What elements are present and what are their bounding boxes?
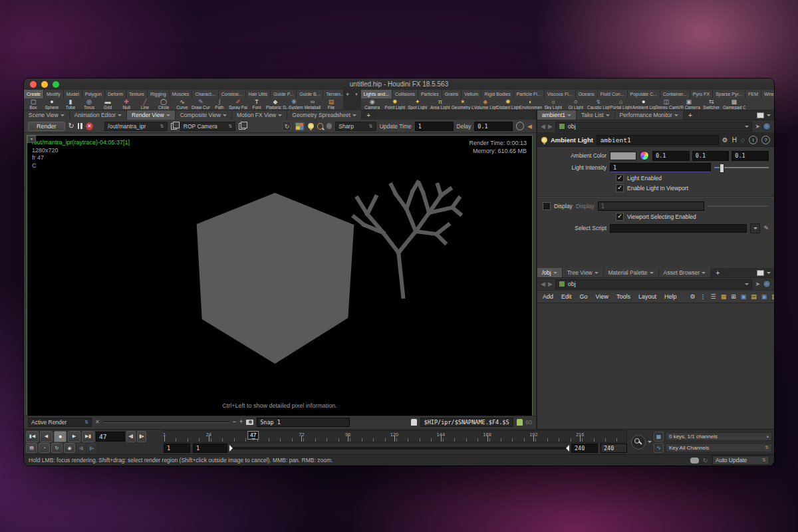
shelf-tool[interactable]: ▬ Grid [98, 98, 117, 110]
shelf-tool[interactable]: ◈ Volume Light [474, 98, 497, 110]
pane-tab[interactable]: Animation Editor [70, 110, 127, 120]
shelf-tool[interactable]: ✹ Point Light [384, 98, 406, 110]
layout-grid-icon[interactable]: ⊞ [731, 294, 736, 300]
pane-tab-menu-icon[interactable] [118, 114, 122, 118]
menu-item[interactable]: Edit [561, 293, 572, 300]
jump-to-start[interactable]: ▮◀ [26, 431, 39, 442]
pane-tab[interactable]: Motion FX View [232, 110, 287, 120]
timeline-ruler[interactable]: 47 1247296120144168192216 [164, 430, 627, 443]
shelf-tool[interactable]: ▮ Tube [61, 98, 80, 110]
search-icon[interactable]: ◌ [741, 136, 745, 144]
shelf-tool[interactable]: ● Ambient Light [632, 98, 655, 110]
pane-collapse-arrow-icon[interactable]: ◀ [527, 123, 532, 130]
list-icon[interactable]: ☰ [711, 294, 716, 300]
shelf-tool[interactable]: π Area Light [429, 98, 452, 110]
shelf-tool[interactable]: T Font [247, 98, 266, 110]
dropdown-arrow-icon[interactable] [745, 283, 749, 287]
pane-maximize-icon[interactable] [757, 270, 764, 276]
pane-tab-menu-icon[interactable] [553, 272, 557, 276]
titlebar[interactable]: untitled.hip - Houdini FX 18.5.563 [24, 78, 774, 90]
preview-lighting-icon[interactable] [308, 123, 313, 129]
shelf-tab[interactable]: Constrai... [219, 90, 246, 98]
realtime-icon[interactable]: ◉ [64, 443, 75, 453]
palette-icon[interactable]: ▦ [721, 294, 727, 300]
shelf-tab[interactable]: Create [24, 90, 44, 98]
tree-icon[interactable]: ⋮ [700, 294, 706, 300]
light-intensity-slider[interactable] [714, 164, 769, 172]
shelf-tool[interactable]: ○ GI Light [565, 98, 587, 110]
shelf-tab[interactable]: Pyro FX [690, 90, 713, 98]
snapshot-icon[interactable]: ▣ [741, 294, 747, 300]
pane-tab-menu-icon[interactable] [650, 272, 654, 276]
delay-field[interactable]: 0.1 [474, 122, 513, 131]
shelf-tab[interactable]: Particles [418, 90, 442, 98]
shelf-tool[interactable]: ✐ Spray Paint [229, 98, 247, 110]
play-backward[interactable]: ◀ [40, 431, 53, 442]
shelf-tool[interactable]: ⌂ Portal Light [610, 98, 632, 110]
pane-tab[interactable]: Tree View [563, 268, 604, 277]
info-icon[interactable]: i [749, 136, 757, 144]
back-icon[interactable]: ◀ [541, 281, 545, 287]
key-menu-arrow-icon[interactable] [648, 441, 652, 445]
zoom-in-icon[interactable]: + [239, 418, 243, 426]
animation-curve-icon[interactable]: ∿ [654, 443, 664, 453]
render-viewport[interactable]: ▾ /out/mantra_ipr(raytrace)-04:05:37[1] … [27, 135, 533, 416]
shelf-tool[interactable]: ✚ Null [117, 98, 136, 110]
inspect-pixel-icon[interactable] [317, 123, 323, 130]
color-component-field[interactable]: 0.1 [652, 151, 690, 161]
shelf-tool[interactable]: ❋ L-System [285, 98, 303, 110]
hda-icon[interactable]: H [732, 136, 737, 144]
color-swatch[interactable] [610, 152, 636, 160]
pane-tab[interactable]: Scene View [24, 110, 70, 120]
range-subend-field[interactable]: 240 [600, 444, 627, 453]
shelf-tab[interactable]: Muscles [170, 90, 193, 98]
shelf-tab[interactable]: Oceans [576, 90, 598, 98]
shelf-tab[interactable]: Grains [442, 90, 462, 98]
next-key-button[interactable]: ▮▸ [87, 443, 96, 453]
pane-tab[interactable]: Asset Browser [659, 268, 712, 277]
shelf-tool[interactable]: ◉ Camera [361, 98, 384, 110]
timeline-playhead[interactable]: 47 [247, 431, 259, 440]
snapshot-name-field[interactable]: Snap 1 [257, 418, 350, 427]
color-component-field[interactable]: 0.1 [732, 151, 769, 161]
cook-refresh-icon[interactable]: ↻ [703, 457, 708, 464]
shelf-tab[interactable]: Container... [660, 90, 690, 98]
shelf-tool[interactable]: ∞ Metaball [303, 98, 322, 110]
shelf-tab[interactable]: Particle Fl... [514, 90, 545, 98]
pane-tab-menu-icon[interactable] [595, 272, 598, 276]
help-icon[interactable]: ? [761, 136, 770, 144]
pane-menu-arrow-icon[interactable] [767, 272, 771, 276]
take-snapshot-icon[interactable] [246, 420, 253, 425]
notes-icon[interactable]: ▤ [751, 294, 757, 300]
shelf-tool[interactable]: ∿ Curve [173, 98, 192, 110]
node-path-field[interactable]: obj [555, 122, 753, 132]
display-checkbox[interactable]: ✓ [543, 202, 551, 210]
pin-pane-icon[interactable]: ➤ [755, 281, 760, 287]
shelf-tool[interactable]: ✎ Draw Curve [192, 98, 210, 110]
shelf-tab[interactable]: Terrain... [323, 90, 343, 98]
shelf-tool[interactable]: ✶ Geometry Light [452, 98, 474, 110]
shelf-tab[interactable]: Guide B... [297, 90, 323, 98]
close-window-button[interactable] [30, 81, 37, 88]
shelf-tab[interactable]: Deform [105, 90, 126, 98]
select-script-field[interactable] [610, 224, 747, 233]
key-scope-selector[interactable]: Key All Channels ⇅ [666, 444, 772, 452]
shelf-tab[interactable]: Rigid Bodies [481, 90, 513, 98]
menu-item[interactable]: Help [664, 293, 677, 300]
pane-tab[interactable]: Performance Monitor [615, 110, 684, 120]
re-render-icon[interactable]: ↻ [68, 122, 74, 130]
shelf-tool[interactable]: ▢ Box [24, 98, 43, 110]
shelf-tool[interactable]: ◐ Environment Light [519, 98, 542, 110]
shelf-tab[interactable]: Polygon [82, 90, 105, 98]
forward-icon[interactable]: ▶ [548, 281, 553, 287]
range-start-handle[interactable] [229, 445, 236, 452]
message-log-icon[interactable] [690, 458, 699, 464]
light-enabled-checkbox[interactable]: ✓ [616, 174, 624, 182]
tools-icon[interactable]: ⚙ [690, 294, 695, 300]
menu-item[interactable]: Add [543, 293, 553, 300]
snapshot-load-icon[interactable] [517, 419, 523, 426]
range-slider[interactable] [230, 447, 569, 450]
shelf-tab[interactable]: Guide P... [271, 90, 297, 98]
pane-tab-menu-icon[interactable] [606, 114, 610, 118]
range-end-field[interactable]: 240 [571, 444, 598, 453]
